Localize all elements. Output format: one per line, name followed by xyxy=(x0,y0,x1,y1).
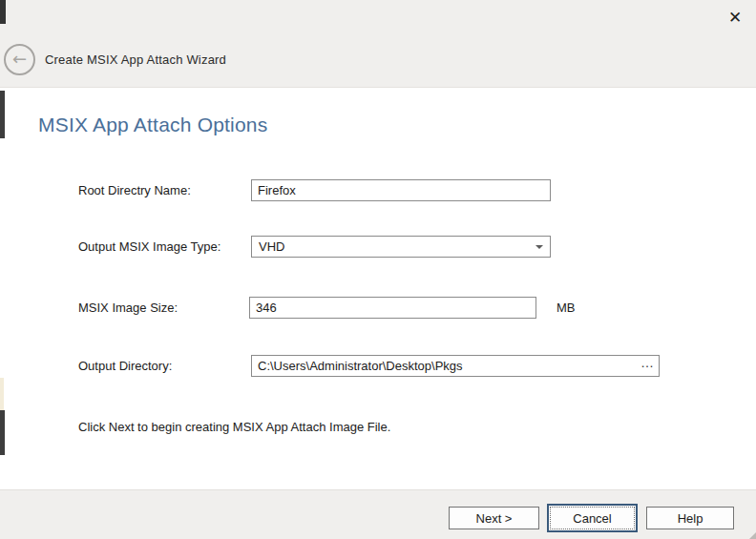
screen-edge-artifact xyxy=(0,378,4,410)
output-directory-label: Output Directory: xyxy=(78,359,172,373)
size-unit-label: MB xyxy=(556,301,576,315)
root-directory-input[interactable] xyxy=(251,179,551,201)
image-size-input[interactable] xyxy=(249,297,536,319)
browse-button[interactable]: … xyxy=(636,358,659,374)
wizard-header: ← Create MSIX App Attach Wizard ✕ xyxy=(0,0,756,88)
back-button[interactable]: ← xyxy=(4,44,35,75)
image-type-value: VHD xyxy=(259,239,284,254)
cancel-button[interactable]: Cancel xyxy=(547,504,638,532)
root-directory-label: Root Directry Name: xyxy=(78,183,191,197)
close-icon: ✕ xyxy=(728,8,742,27)
output-directory-input[interactable] xyxy=(252,359,636,373)
close-button[interactable]: ✕ xyxy=(722,5,748,30)
help-button[interactable]: Help xyxy=(646,507,734,529)
resize-grip[interactable] xyxy=(749,532,756,539)
page-title: MSIX App Attach Options xyxy=(38,114,267,136)
button-bar: Next > Cancel Help xyxy=(0,489,756,539)
image-size-label: MSIX Image Size: xyxy=(78,301,178,315)
next-button[interactable]: Next > xyxy=(449,507,539,529)
screen-edge-artifact xyxy=(0,410,5,455)
dropdown-arrow-icon xyxy=(536,245,543,249)
image-type-select[interactable]: VHD xyxy=(251,236,551,258)
image-type-label: Output MSIX Image Type: xyxy=(78,239,220,254)
back-arrow-icon: ← xyxy=(12,51,27,68)
instruction-text: Click Next to begin creating MSIX App At… xyxy=(78,420,390,434)
screen-edge-artifact xyxy=(0,0,6,24)
wizard-title: Create MSIX App Attach Wizard xyxy=(45,52,226,67)
screen-edge-artifact xyxy=(0,91,5,138)
wizard-page: MSIX App Attach Options Root Directry Na… xyxy=(0,89,756,489)
output-directory-field: … xyxy=(251,355,660,377)
